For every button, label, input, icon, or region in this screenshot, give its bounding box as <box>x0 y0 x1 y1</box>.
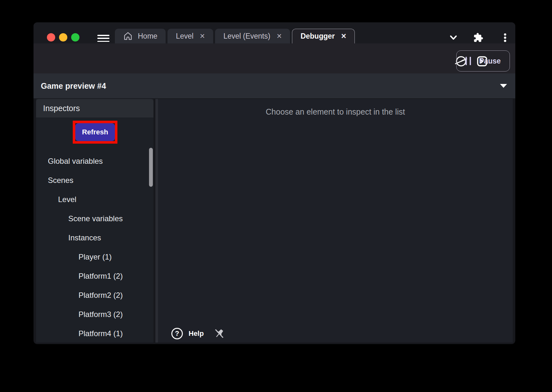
traffic-light-red[interactable] <box>47 33 55 41</box>
empty-state-message: Choose an element to inspect in the list <box>158 107 513 117</box>
tab-strip: Home Level × Level (Events) × Debugger × <box>115 29 355 43</box>
tab[interactable]: Level × <box>168 29 213 43</box>
tree-item-label: Platform4 (1) <box>78 329 123 338</box>
tree-item-label: Instances <box>68 233 101 242</box>
inspector-tree: Global variables Scenes Level Scene vari… <box>36 152 151 343</box>
tab-label: Home <box>138 32 157 41</box>
tree-item[interactable]: Platform3 (2) <box>36 305 151 324</box>
traffic-lights <box>47 33 79 41</box>
traffic-light-green[interactable] <box>71 33 79 41</box>
home-icon <box>123 31 133 41</box>
refresh-button[interactable]: Refresh <box>75 123 115 141</box>
tree-item[interactable]: Level <box>36 190 151 209</box>
tab[interactable]: Level (Events) × <box>215 29 290 43</box>
tree-item[interactable]: Platform1 (2) <box>36 267 151 286</box>
tab-label: Level <box>176 32 193 41</box>
tab[interactable]: Home <box>115 29 166 43</box>
extensions-puzzle-icon[interactable] <box>473 32 484 43</box>
tree-item[interactable]: Scene variables <box>36 209 151 228</box>
tree-item[interactable]: Instances <box>36 228 151 247</box>
panel-resize-handle[interactable] <box>155 99 158 343</box>
sidebar-scrollbar-thumb[interactable] <box>149 148 153 187</box>
tree-item[interactable]: Scenes <box>36 171 151 190</box>
tree-item-label: Platform2 (2) <box>78 291 123 300</box>
tab-close-icon[interactable]: × <box>200 32 205 41</box>
pause-button[interactable]: Pause <box>456 50 510 72</box>
inspectors-header-label: Inspectors <box>43 104 80 113</box>
tree-item[interactable]: Platform2 (2) <box>36 286 151 305</box>
traffic-light-yellow[interactable] <box>59 33 67 41</box>
inspectors-header: Inspectors <box>36 99 153 117</box>
tab-close-icon[interactable]: × <box>341 32 346 41</box>
tab-close-icon[interactable]: × <box>277 32 282 41</box>
preview-selector[interactable]: Game preview #4 <box>34 73 515 98</box>
menu-icon[interactable] <box>97 35 109 42</box>
preview-selector-label: Game preview #4 <box>41 81 106 91</box>
help-question-icon[interactable]: ? <box>171 328 183 339</box>
tree-item-label: Player (1) <box>78 253 112 261</box>
pause-icon <box>466 57 471 65</box>
tab-label: Level (Events) <box>223 32 270 41</box>
help-bar: ? Help <box>171 328 225 339</box>
tree-item[interactable]: Player (1) <box>36 247 151 267</box>
tree-item-label: Platform3 (2) <box>78 310 123 319</box>
tree-item-label: Level <box>58 195 76 204</box>
tab-bar: Home Level × Level (Events) × Debugger × <box>34 22 515 43</box>
chevron-down-icon[interactable] <box>448 32 459 43</box>
inspector-detail-panel: Choose an element to inspect in the list… <box>158 99 513 343</box>
tab[interactable]: Debugger × <box>292 29 355 43</box>
unpin-icon[interactable] <box>213 328 225 339</box>
debugger-toolbar: Pause <box>34 43 515 73</box>
tab-label: Debugger <box>301 32 335 41</box>
debugger-window: Home Level × Level (Events) × Debugger × <box>34 22 515 344</box>
tree-item[interactable]: Platform4 (1) <box>36 324 151 343</box>
annotation-box: Refresh <box>73 121 117 144</box>
pause-button-label: Pause <box>479 57 501 65</box>
inspectors-sidebar: Inspectors Refresh Global variables Scen… <box>36 99 153 343</box>
tree-item[interactable]: Global variables <box>36 152 151 171</box>
help-label[interactable]: Help <box>189 329 204 338</box>
tree-item-label: Platform1 (2) <box>78 272 123 281</box>
tree-item-label: Global variables <box>48 157 103 166</box>
kebab-menu-icon[interactable] <box>499 32 511 43</box>
tree-item-label: Scene variables <box>68 214 123 223</box>
tree-item-label: Scenes <box>48 176 73 185</box>
dropdown-caret-icon <box>500 84 507 88</box>
